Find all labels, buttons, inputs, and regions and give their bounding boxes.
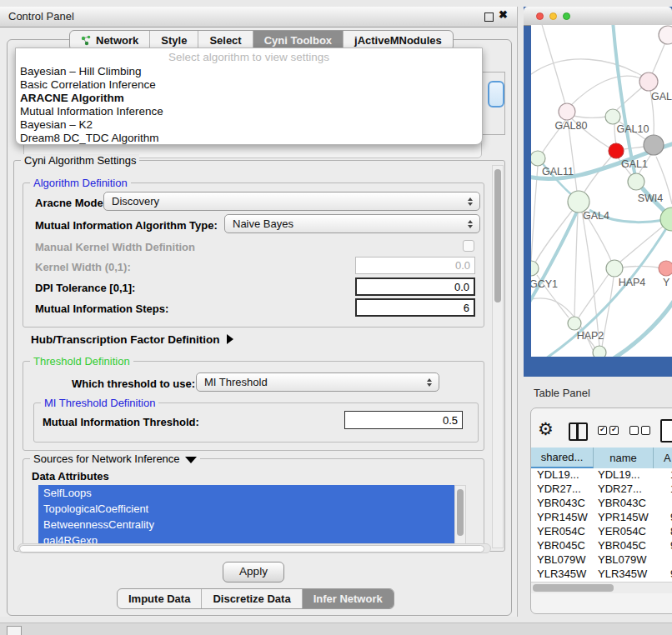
table-row[interactable]: YBR043CYBR043C bbox=[531, 497, 672, 511]
table-header-row: shared... name A bbox=[531, 448, 672, 468]
checked-checkbox-icon[interactable]: ✔ bbox=[609, 426, 619, 435]
list-item[interactable]: SelfLoops bbox=[38, 485, 454, 501]
network-node[interactable] bbox=[639, 72, 658, 91]
control-panel-titlebar[interactable]: Control Panel ✖ bbox=[0, 7, 517, 28]
checked-checkbox-icon[interactable]: ✔ bbox=[598, 426, 607, 435]
sources-group: Sources for Network Inference Data Attri… bbox=[23, 458, 484, 553]
network-node-salmon[interactable] bbox=[659, 261, 672, 276]
list-item[interactable]: TopologicalCoefficient bbox=[38, 501, 454, 517]
cyni-algorithm-settings-group: Cyni Algorithm Settings Algorithm Defini… bbox=[13, 160, 505, 552]
mi-steps-label: Mutual Information Steps: bbox=[35, 302, 168, 315]
node-label: SWI4 bbox=[638, 192, 664, 204]
tab-label: Infer Network bbox=[313, 592, 383, 605]
which-threshold-combo[interactable]: MI Threshold bbox=[196, 372, 439, 392]
tab-label: Style bbox=[161, 34, 187, 47]
table-panel-title: Table Panel bbox=[534, 387, 590, 399]
column-header-shared-name[interactable]: shared... bbox=[531, 448, 594, 468]
manual-kernel-checkbox[interactable] bbox=[463, 240, 474, 252]
dropdown-item[interactable]: Dream8 DC_TDC Algorithm bbox=[20, 132, 159, 144]
table-row[interactable]: YDL19...YDL19...13 bbox=[531, 468, 672, 482]
scrollbar-thumb[interactable] bbox=[457, 489, 464, 536]
table-row[interactable]: YPR145WYPR145W9. bbox=[531, 511, 672, 525]
table-row[interactable]: YLR345WYLR345W9. bbox=[531, 568, 672, 582]
float-window-icon[interactable] bbox=[484, 12, 494, 22]
gear-icon[interactable]: ⚙ bbox=[538, 419, 554, 439]
tab-impute-data[interactable]: Impute Data bbox=[118, 589, 202, 608]
settings-vertical-scrollbar[interactable] bbox=[492, 165, 504, 548]
kernel-width-label: Kernel Width (0,1): bbox=[35, 261, 131, 273]
network-node-hap2[interactable] bbox=[568, 317, 581, 330]
dropdown-prompt: Select algorithm to view settings bbox=[16, 51, 482, 63]
network-node-gal80[interactable] bbox=[559, 103, 575, 120]
network-node[interactable] bbox=[659, 26, 672, 44]
network-node[interactable] bbox=[593, 346, 606, 357]
table-row[interactable]: YBR045CYBR045C9. bbox=[531, 539, 672, 553]
algorithm-definition-group: Algorithm Definition Aracne Mode: Discov… bbox=[23, 182, 484, 328]
document-icon[interactable] bbox=[660, 419, 672, 442]
column-header-partial[interactable]: A bbox=[654, 448, 672, 468]
focused-spinner-button[interactable] bbox=[488, 81, 504, 108]
tab-discretize-data[interactable]: Discretize Data bbox=[202, 589, 302, 608]
table-row[interactable]: YDR27...YDR27...12 bbox=[531, 482, 672, 497]
list-vertical-scrollbar[interactable] bbox=[454, 485, 466, 550]
network-node[interactable] bbox=[628, 173, 644, 190]
table-row[interactable]: YBL079WYBL079W bbox=[531, 553, 672, 568]
combo-arrows-icon bbox=[427, 378, 432, 387]
network-canvas[interactable]: GAL GAL80 GAL10 GAL1 GAL11 SWI4 GAL4 GCY… bbox=[531, 25, 672, 357]
minimize-traffic-light-icon[interactable] bbox=[549, 12, 557, 20]
mi-threshold-group: MI Threshold Definition Mutual Informati… bbox=[33, 402, 479, 442]
tab-infer-network[interactable]: Infer Network bbox=[303, 589, 394, 608]
network-window-titlebar[interactable] bbox=[524, 7, 672, 26]
hub-definition-expander[interactable]: Hub/Transcription Factor Definition bbox=[31, 333, 233, 346]
close-icon[interactable]: ✖ bbox=[499, 8, 508, 21]
kernel-width-input[interactable] bbox=[355, 257, 475, 274]
split-columns-icon[interactable] bbox=[569, 422, 588, 441]
threshold-definition-group: Threshold Definition Which threshold to … bbox=[23, 361, 484, 451]
zoom-traffic-light-icon[interactable] bbox=[563, 12, 570, 20]
tab-label: Discretize Data bbox=[213, 592, 290, 605]
combo-value: Naive Bayes bbox=[233, 218, 293, 230]
apply-button[interactable]: Apply bbox=[223, 562, 284, 582]
mi-threshold-input[interactable] bbox=[344, 411, 463, 429]
mi-steps-input[interactable] bbox=[355, 298, 475, 317]
dropdown-item[interactable]: Basic Correlation Inference bbox=[20, 78, 156, 91]
group-title: MI Threshold Definition bbox=[41, 397, 158, 409]
table-row[interactable]: YER054CYER054C8. bbox=[531, 525, 672, 539]
scrollbar-thumb[interactable] bbox=[533, 584, 614, 592]
dpi-tolerance-input[interactable] bbox=[355, 278, 475, 296]
table-horizontal-scrollbar[interactable] bbox=[531, 582, 672, 593]
network-node-hap4[interactable] bbox=[606, 260, 623, 277]
status-bar bbox=[0, 622, 672, 635]
combo-value: Discovery bbox=[112, 195, 159, 208]
group-title: Cyni Algorithm Settings bbox=[21, 154, 139, 167]
node-label: GAL10 bbox=[617, 123, 649, 135]
dropdown-item[interactable]: Mutual Information Inference bbox=[20, 105, 163, 118]
node-label: GAL1 bbox=[621, 158, 648, 170]
network-view-window: GAL GAL80 GAL10 GAL1 GAL11 SWI4 GAL4 GCY… bbox=[524, 7, 672, 377]
network-node-gray[interactable] bbox=[644, 135, 664, 155]
dropdown-item[interactable]: Bayesian – K2 bbox=[20, 118, 93, 131]
unchecked-checkbox-icon[interactable] bbox=[641, 426, 650, 435]
network-node-gal1-selected[interactable] bbox=[609, 143, 624, 158]
list-item[interactable]: BetweennessCentrality bbox=[38, 517, 454, 532]
network-graph-icon bbox=[81, 35, 92, 46]
panel-toggle-icon[interactable] bbox=[7, 626, 22, 635]
network-node-gal11[interactable] bbox=[531, 151, 545, 166]
scrollbar-thumb[interactable] bbox=[494, 169, 501, 302]
network-node-gcy1[interactable] bbox=[531, 261, 539, 276]
aracne-mode-combo[interactable]: Discovery bbox=[103, 192, 480, 211]
data-attributes-label: Data Attributes bbox=[32, 470, 109, 482]
sources-title: Sources for Network Inference bbox=[33, 452, 180, 465]
unchecked-checkbox-icon[interactable] bbox=[629, 426, 639, 435]
hub-definition-label: Hub/Transcription Factor Definition bbox=[31, 333, 220, 346]
algorithm-dropdown-list: Select algorithm to view settings Bayesi… bbox=[15, 48, 483, 145]
mi-type-combo[interactable]: Naive Bayes bbox=[224, 214, 480, 233]
network-node-gal10[interactable] bbox=[605, 109, 620, 124]
column-header-name[interactable]: name bbox=[594, 448, 654, 468]
settings-horizontal-scrollbar[interactable] bbox=[18, 543, 491, 553]
dropdown-item-selected[interactable]: ARACNE Algorithm bbox=[20, 92, 124, 104]
close-traffic-light-icon[interactable] bbox=[536, 12, 544, 20]
sources-expander[interactable]: Sources for Network Inference bbox=[30, 452, 200, 465]
dropdown-item[interactable]: Bayesian – Hill Climbing bbox=[20, 65, 142, 78]
scrollbar-thumb[interactable] bbox=[19, 545, 484, 553]
